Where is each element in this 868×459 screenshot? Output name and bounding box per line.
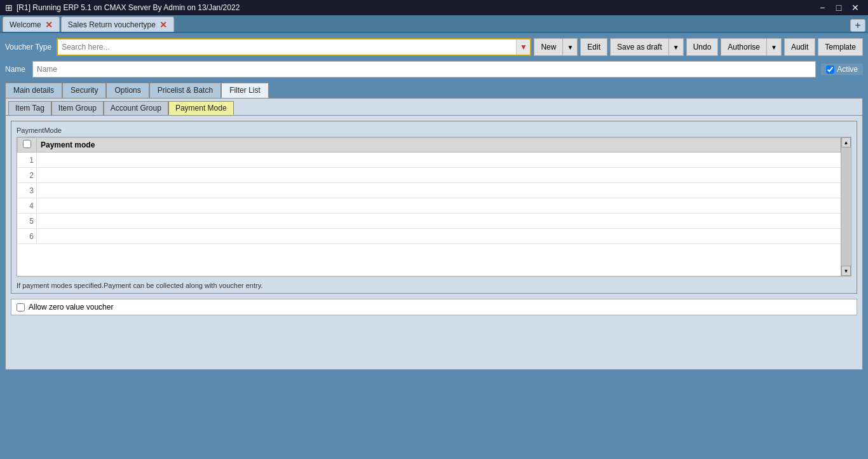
template-button[interactable]: Template xyxy=(818,38,863,56)
name-row: Name Active xyxy=(5,61,863,78)
payment-mode-table-wrapper: Payment mode 1 2 xyxy=(17,137,851,277)
title-bar-title: [R1] Running ERP 5.1 on CMAX Server By A… xyxy=(17,3,815,12)
search-dropdown-button[interactable]: ▼ xyxy=(516,39,530,55)
sub-tab-item-group[interactable]: Item Group xyxy=(51,101,104,115)
tab-sales-return-close[interactable]: ✕ xyxy=(159,20,167,29)
tab-welcome-close[interactable]: ✕ xyxy=(45,20,53,29)
row-num-5: 5 xyxy=(18,214,37,229)
header-checkbox[interactable] xyxy=(23,140,31,148)
tab-options[interactable]: Options xyxy=(106,83,149,98)
tab-sales-return[interactable]: Sales Return vouchertype ✕ xyxy=(61,17,174,32)
active-label: Active xyxy=(837,65,858,74)
content-panel: PaymentMode Payment mode 1 xyxy=(5,116,863,370)
table-header-check xyxy=(18,138,37,153)
voucher-type-label: Voucher Type xyxy=(5,43,51,51)
row-value-4[interactable] xyxy=(37,198,841,214)
undo-button[interactable]: Undo xyxy=(686,38,719,56)
row-value-6[interactable] xyxy=(37,229,841,244)
tab-security[interactable]: Security xyxy=(62,83,106,98)
minimize-button[interactable]: − xyxy=(815,1,830,14)
sub-tabs: Item Tag Item Group Account Group Paymen… xyxy=(5,98,863,116)
row-num-2: 2 xyxy=(18,168,37,183)
save-draft-dropdown-arrow[interactable]: ▼ xyxy=(669,39,683,55)
tab-welcome[interactable]: Welcome ✕ xyxy=(3,17,60,32)
table-row: 1 xyxy=(18,153,841,168)
tab-filter-list[interactable]: Filter List xyxy=(221,83,269,98)
scrollbar-down-button[interactable]: ▼ xyxy=(841,266,851,276)
authorise-button[interactable]: Authorise xyxy=(721,39,767,55)
table-row: 6 xyxy=(18,229,841,244)
table-row: 5 xyxy=(18,214,841,229)
payment-mode-note: If payment modes specified.Payment can b… xyxy=(17,280,851,293)
row-value-5[interactable] xyxy=(37,214,841,229)
name-label: Name xyxy=(5,65,27,74)
voucher-type-search[interactable]: ▼ xyxy=(57,38,531,56)
title-bar: ⊞ [R1] Running ERP 5.1 on CMAX Server By… xyxy=(0,0,868,15)
tab-add-button[interactable]: + xyxy=(850,19,865,32)
payment-mode-section-label: PaymentMode xyxy=(17,127,851,134)
row-num-6: 6 xyxy=(18,229,37,244)
main-tabs: Main details Security Options Pricelist … xyxy=(5,83,863,98)
active-checkbox-container: Active xyxy=(821,64,863,75)
table-row: 2 xyxy=(18,168,841,183)
tab-bar: Welcome ✕ Sales Return vouchertype ✕ + xyxy=(0,15,868,33)
name-input[interactable] xyxy=(32,61,816,78)
save-draft-button-group: Save as draft ▼ xyxy=(610,38,684,56)
authorise-dropdown-arrow[interactable]: ▼ xyxy=(767,39,781,55)
audit-button[interactable]: Audit xyxy=(784,38,815,56)
tab-pricelist-batch[interactable]: Pricelist & Batch xyxy=(149,83,221,98)
search-input[interactable] xyxy=(58,43,516,51)
row-num-4: 4 xyxy=(18,198,37,214)
row-value-3[interactable] xyxy=(37,183,841,198)
scrollbar-up-button[interactable]: ▲ xyxy=(841,137,851,147)
tab-sales-return-label: Sales Return vouchertype xyxy=(68,20,156,29)
close-button[interactable]: ✕ xyxy=(848,1,863,14)
payment-mode-section: PaymentMode Payment mode 1 xyxy=(11,121,857,294)
row-value-2[interactable] xyxy=(37,168,841,183)
sub-tab-payment-mode[interactable]: Payment Mode xyxy=(168,101,234,115)
scrollbar-track: ▲ ▼ xyxy=(841,137,851,276)
allow-zero-label: Allow zero value voucher xyxy=(29,303,113,312)
tab-welcome-label: Welcome xyxy=(10,20,41,29)
row-num-3: 3 xyxy=(18,183,37,198)
active-checkbox[interactable] xyxy=(826,65,834,74)
row-num-1: 1 xyxy=(18,153,37,168)
table-header-payment-mode: Payment mode xyxy=(37,138,841,153)
allow-zero-checkbox[interactable] xyxy=(17,303,25,312)
payment-mode-table-scroll[interactable]: Payment mode 1 2 xyxy=(17,137,841,276)
toolbar: Voucher Type ▼ New ▼ Edit Save as draft … xyxy=(5,38,863,56)
table-row: 4 xyxy=(18,198,841,214)
row-value-1[interactable] xyxy=(37,153,841,168)
main-content: Voucher Type ▼ New ▼ Edit Save as draft … xyxy=(0,33,868,459)
tab-main-details[interactable]: Main details xyxy=(5,83,62,98)
payment-mode-table: Payment mode 1 2 xyxy=(17,137,841,244)
edit-button[interactable]: Edit xyxy=(580,38,607,56)
new-dropdown-arrow[interactable]: ▼ xyxy=(563,39,577,55)
app-icon: ⊞ xyxy=(5,3,13,13)
new-button[interactable]: New xyxy=(534,39,563,55)
sub-tab-account-group[interactable]: Account Group xyxy=(104,101,168,115)
sub-tab-item-tag[interactable]: Item Tag xyxy=(8,101,51,115)
save-draft-button[interactable]: Save as draft xyxy=(611,39,669,55)
table-row: 3 xyxy=(18,183,841,198)
allow-zero-row: Allow zero value voucher xyxy=(11,299,857,315)
new-button-group: New ▼ xyxy=(534,38,578,56)
authorise-button-group: Authorise ▼ xyxy=(721,38,782,56)
maximize-button[interactable]: □ xyxy=(831,1,846,14)
